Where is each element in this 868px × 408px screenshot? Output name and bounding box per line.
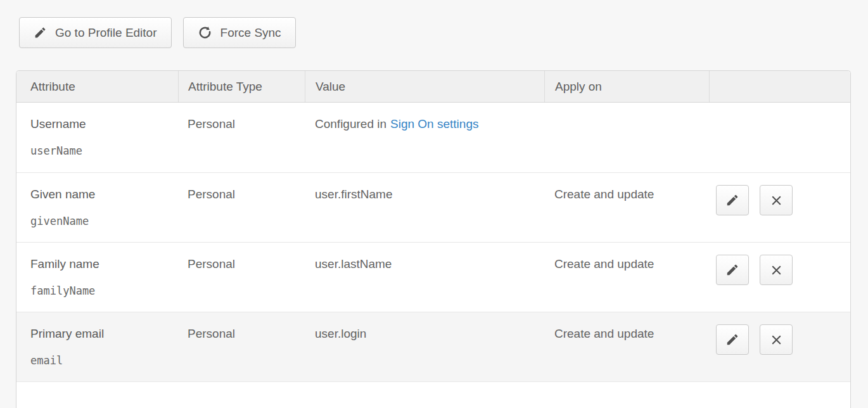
value-expression: user.lastName — [315, 256, 539, 272]
force-sync-button[interactable]: Force Sync — [183, 17, 296, 48]
actions-cell — [709, 173, 850, 242]
edit-attribute-button[interactable] — [716, 255, 749, 285]
force-sync-label: Force Sync — [220, 26, 281, 40]
header-actions — [709, 71, 850, 102]
attribute-type-cell: Personal — [178, 103, 305, 172]
edit-attribute-button[interactable] — [716, 324, 749, 355]
actions-cell — [709, 312, 850, 381]
value-cell: user.lastName — [305, 243, 544, 312]
apply-on-cell: Create and update — [544, 173, 709, 242]
attribute-label: Primary email — [30, 326, 173, 342]
attribute-type-cell: Personal — [178, 173, 305, 242]
refresh-icon — [198, 25, 212, 40]
table-row-partial — [16, 381, 850, 408]
attribute-label: Given name — [30, 186, 173, 203]
table-row-username: Username userName Personal Configured in… — [16, 103, 850, 172]
remove-attribute-button[interactable] — [760, 324, 793, 355]
header-apply-on: Apply on — [544, 71, 709, 102]
table-row-family-name: Family name familyName Personal user.las… — [16, 242, 850, 312]
pencil-icon — [725, 193, 739, 207]
attribute-variable-name: givenName — [30, 215, 173, 227]
attribute-type-value: Personal — [188, 116, 300, 132]
pencil-icon — [725, 263, 739, 277]
apply-on-value: Create and update — [554, 256, 704, 272]
close-icon — [770, 333, 783, 347]
toolbar: Go to Profile Editor Force Sync — [0, 0, 868, 48]
apply-on-cell — [544, 103, 709, 172]
remove-attribute-button[interactable] — [760, 185, 793, 215]
attribute-cell: Primary email email — [16, 312, 178, 381]
attribute-label: Username — [30, 116, 173, 132]
table-row-primary-email: Primary email email Personal user.login … — [16, 312, 850, 381]
attribute-variable-name: familyName — [30, 284, 173, 297]
apply-on-value: Create and update — [554, 186, 704, 203]
table-header: Attribute Attribute Type Value Apply on — [16, 71, 850, 103]
attribute-variable-name: email — [30, 354, 173, 367]
attribute-cell: Username userName — [16, 103, 178, 172]
close-icon — [770, 194, 783, 207]
apply-on-value: Create and update — [554, 326, 704, 342]
header-value: Value — [305, 71, 544, 102]
apply-on-cell: Create and update — [544, 312, 709, 381]
attribute-type-value: Personal — [188, 186, 300, 203]
header-attribute: Attribute — [16, 71, 178, 102]
attribute-type-cell: Personal — [178, 312, 305, 381]
actions-cell — [709, 103, 850, 172]
remove-attribute-button[interactable] — [760, 255, 793, 285]
close-icon — [770, 264, 783, 277]
attribute-label: Family name — [30, 256, 173, 272]
value-text: Configured in — [315, 117, 386, 131]
attribute-cell: Given name givenName — [16, 173, 178, 242]
attribute-type-value: Personal — [188, 326, 300, 342]
value-expression: user.login — [315, 326, 539, 342]
attribute-variable-name: userName — [30, 144, 173, 157]
value-cell: user.login — [305, 312, 544, 381]
value-expression: user.firstName — [315, 186, 539, 203]
pencil-icon — [34, 26, 47, 39]
attribute-mapping-table: Attribute Attribute Type Value Apply on … — [16, 70, 851, 408]
pencil-icon — [725, 333, 739, 347]
edit-attribute-button[interactable] — [716, 185, 749, 215]
attribute-cell: Family name familyName — [16, 243, 178, 312]
value-cell: user.firstName — [305, 173, 544, 242]
go-to-profile-editor-label: Go to Profile Editor — [55, 26, 157, 40]
apply-on-cell: Create and update — [544, 243, 709, 312]
table-row-given-name: Given name givenName Personal user.first… — [16, 172, 850, 242]
attribute-type-cell: Personal — [178, 243, 305, 312]
attribute-type-value: Personal — [188, 256, 300, 272]
value-cell: Configured inSign On settings — [305, 103, 544, 172]
sign-on-settings-link[interactable]: Sign On settings — [390, 117, 478, 131]
actions-cell — [709, 243, 850, 312]
go-to-profile-editor-button[interactable]: Go to Profile Editor — [19, 17, 172, 48]
header-attribute-type: Attribute Type — [178, 71, 305, 102]
